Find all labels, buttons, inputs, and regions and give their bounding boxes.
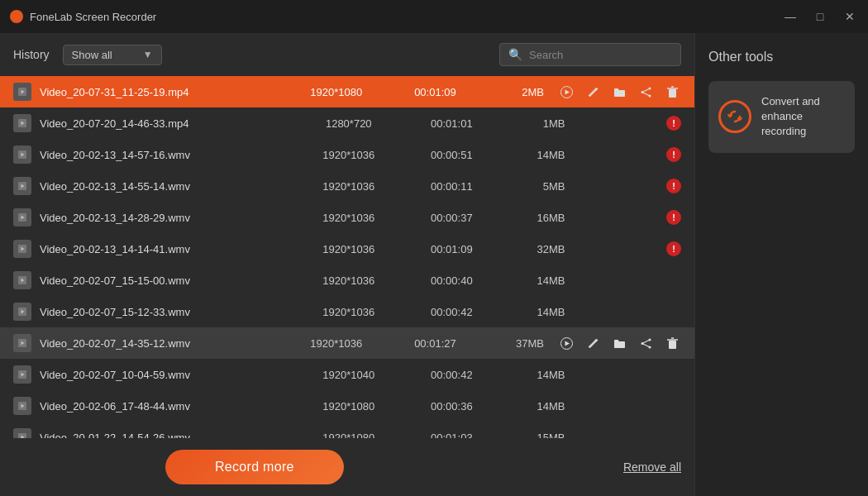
error-badge: ! — [666, 116, 681, 131]
svg-marker-3 — [565, 89, 570, 94]
recording-size: 14MB — [503, 306, 565, 318]
recording-size: 14MB — [503, 400, 565, 413]
video-thumbnail — [13, 145, 31, 164]
recording-duration: 00:01:09 — [386, 86, 485, 98]
recording-size: 15MB — [503, 432, 565, 439]
table-row[interactable]: Video_20-02-07_14-35-12.wmv1920*103600:0… — [0, 327, 694, 359]
video-thumbnail — [13, 177, 31, 195]
video-thumbnail — [13, 303, 31, 321]
recording-duration: 00:00:42 — [400, 306, 503, 318]
convert-enhance-tool[interactable]: Convert and enhance recording — [708, 81, 855, 153]
error-badge: ! — [666, 147, 681, 162]
history-label: History — [13, 48, 50, 61]
edit-button[interactable] — [584, 334, 602, 352]
table-row[interactable]: Video_20-07-31_11-25-19.mp41920*108000:0… — [0, 76, 694, 107]
video-thumbnail — [13, 114, 31, 132]
recording-resolution: 1920*1036 — [297, 306, 400, 318]
play-button[interactable] — [557, 334, 575, 352]
recording-name: Video_20-01-22_14-54-26.wmv — [40, 432, 297, 439]
video-thumbnail — [13, 271, 31, 289]
table-row[interactable]: Video_20-02-06_17-48-44.wmv1920*108000:0… — [0, 390, 694, 422]
svg-marker-30 — [565, 341, 570, 346]
table-row[interactable]: Video_20-07-20_14-46-33.mp41280*72000:01… — [0, 107, 694, 139]
video-thumbnail — [13, 83, 31, 101]
maximize-button[interactable]: □ — [812, 8, 828, 25]
recording-resolution: 1920*1036 — [297, 149, 400, 161]
table-row[interactable]: Video_20-01-22_14-54-26.wmv1920*108000:0… — [0, 422, 694, 438]
table-row[interactable]: Video_20-02-13_14-28-29.wmv1920*103600:0… — [0, 202, 694, 233]
folder-button[interactable] — [610, 83, 628, 101]
share-button[interactable] — [637, 334, 655, 352]
recording-size: 14MB — [503, 274, 565, 287]
video-thumbnail — [13, 208, 31, 227]
filter-dropdown[interactable]: Show all ▼ — [63, 45, 162, 65]
recording-resolution: 1280*720 — [297, 117, 400, 130]
row-actions: ! — [578, 241, 681, 256]
row-actions: ! — [578, 210, 681, 225]
svg-line-35 — [642, 340, 650, 344]
video-thumbnail — [13, 240, 31, 258]
svg-line-8 — [642, 88, 650, 93]
table-row[interactable]: Video_20-02-07_10-04-59.wmv1920*104000:0… — [0, 359, 694, 390]
share-button[interactable] — [637, 83, 655, 101]
content-area: History Show all ▼ 🔍 Video_20-07-31_11-2… — [0, 33, 694, 496]
recording-duration: 00:01:03 — [400, 432, 503, 439]
window-controls: — □ ✕ — [782, 8, 858, 25]
footer: Record more Remove all — [0, 438, 694, 496]
row-actions: ! — [578, 147, 681, 162]
video-thumbnail — [13, 428, 31, 438]
minimize-button[interactable]: — — [782, 8, 799, 25]
svg-rect-10 — [669, 89, 676, 98]
title-bar: FoneLab Screen Recorder — □ ✕ — [0, 0, 868, 33]
recording-size: 1MB — [503, 117, 565, 130]
recording-duration: 00:00:40 — [400, 274, 503, 287]
recording-duration: 00:00:42 — [400, 369, 503, 381]
chevron-down-icon: ▼ — [143, 49, 153, 60]
recording-duration: 00:01:01 — [400, 117, 503, 130]
play-button[interactable] — [557, 83, 575, 101]
error-badge: ! — [666, 179, 681, 193]
recording-duration: 00:00:11 — [400, 180, 503, 193]
recording-duration: 00:00:51 — [400, 149, 503, 161]
recording-name: Video_20-02-07_15-12-33.wmv — [40, 306, 297, 318]
table-row[interactable]: Video_20-02-07_15-12-33.wmv1920*103600:0… — [0, 296, 694, 327]
recording-name: Video_20-07-31_11-25-19.mp4 — [40, 86, 287, 98]
edit-button[interactable] — [584, 83, 602, 101]
svg-line-9 — [642, 92, 650, 96]
table-row[interactable]: Video_20-02-07_15-15-00.wmv1920*103600:0… — [0, 265, 694, 296]
recording-name: Video_20-02-13_14-55-14.wmv — [40, 180, 297, 193]
svg-rect-37 — [669, 341, 676, 349]
recording-size: 2MB — [484, 86, 544, 98]
recording-duration: 00:00:37 — [400, 212, 503, 224]
video-thumbnail — [13, 334, 31, 352]
error-badge: ! — [666, 210, 681, 225]
recording-resolution: 1920*1040 — [297, 369, 400, 381]
delete-button[interactable] — [663, 334, 681, 352]
search-input[interactable] — [529, 49, 661, 61]
recordings-table: Video_20-07-31_11-25-19.mp41920*108000:0… — [0, 76, 694, 438]
convert-enhance-icon — [718, 100, 751, 133]
recording-size: 14MB — [503, 369, 565, 381]
table-row[interactable]: Video_20-02-13_14-14-41.wmv1920*103600:0… — [0, 233, 694, 265]
main-container: History Show all ▼ 🔍 Video_20-07-31_11-2… — [0, 33, 868, 496]
row-actions: ! — [578, 179, 681, 193]
table-row[interactable]: Video_20-02-13_14-57-16.wmv1920*103600:0… — [0, 139, 694, 170]
video-thumbnail — [13, 397, 31, 415]
filter-value: Show all — [72, 49, 138, 61]
search-box: 🔍 — [499, 43, 681, 66]
remove-all-link[interactable]: Remove all — [623, 460, 681, 474]
video-thumbnail — [13, 365, 31, 384]
close-button[interactable]: ✕ — [842, 8, 858, 25]
recording-name: Video_20-02-06_17-48-44.wmv — [40, 400, 297, 413]
other-tools-title: Other tools — [708, 50, 855, 64]
recording-duration: 00:00:36 — [400, 400, 503, 413]
header-bar: History Show all ▼ 🔍 — [0, 33, 694, 76]
delete-button[interactable] — [663, 83, 681, 101]
table-row[interactable]: Video_20-02-13_14-55-14.wmv1920*103600:0… — [0, 170, 694, 202]
recording-size: 5MB — [503, 180, 565, 193]
folder-button[interactable] — [610, 334, 628, 352]
recording-resolution: 1920*1036 — [297, 180, 400, 193]
recording-resolution: 1920*1080 — [297, 400, 400, 413]
record-more-button[interactable]: Record more — [165, 450, 344, 484]
app-icon — [10, 10, 23, 23]
